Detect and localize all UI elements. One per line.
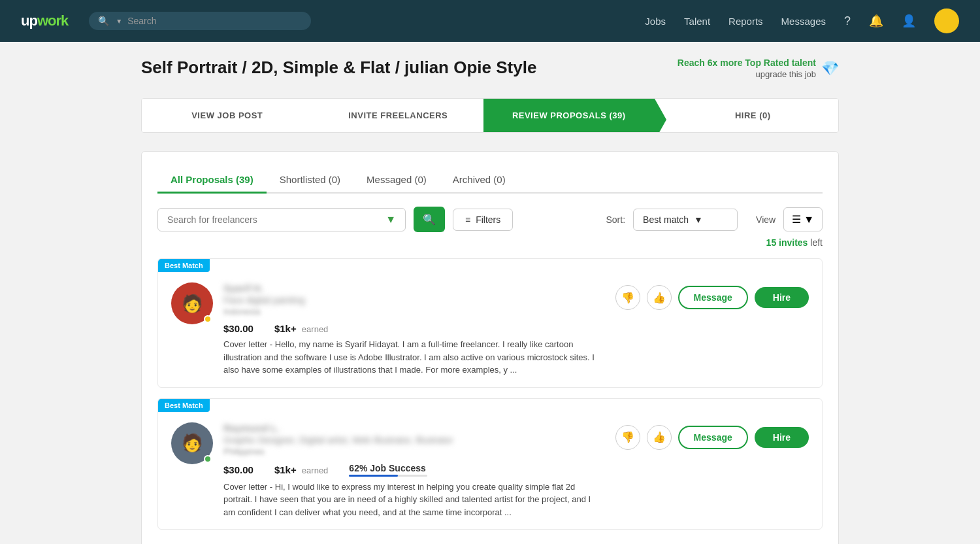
hire-button-1[interactable]: Hire: [755, 287, 809, 308]
view-chevron-icon: ▼: [804, 214, 814, 226]
freelancer-card-2: Best Match 🧑 Raymund L. Graphic Designer…: [157, 398, 823, 530]
tab-all-proposals[interactable]: All Proposals (39): [157, 167, 267, 194]
avatar[interactable]: [934, 8, 959, 33]
freelancer-location-1: Indonesia: [223, 307, 605, 316]
best-match-badge-2: Best Match: [158, 399, 210, 412]
freelancer-search[interactable]: ▼: [157, 208, 406, 231]
avatar-freelancer-2: 🧑: [171, 422, 213, 464]
invites-highlight: 15 invites: [766, 237, 808, 248]
invites-left: 15 invites left: [157, 237, 823, 248]
proposals-panel: All Proposals (39) Shortlisted (0) Messa…: [141, 151, 839, 544]
freelancer-card-1: Best Match 🧑 Syarif H. Face digital pain…: [157, 258, 823, 388]
job-success-2: 62% Job Success: [349, 463, 427, 477]
page-content: Self Portrait / 2D, Simple & Flat / juli…: [131, 42, 849, 544]
filters-button[interactable]: ≡ Filters: [453, 209, 513, 231]
search-button[interactable]: 🔍: [414, 207, 445, 232]
like-button-1[interactable]: 👍: [647, 285, 672, 310]
search-dropdown-icon[interactable]: ▼: [385, 214, 396, 226]
avatar-freelancer-1: 🧑: [171, 282, 213, 324]
nav-links: Jobs Talent Reports Messages ? 🔔 👤: [645, 8, 959, 33]
upgrade-box: Reach 6x more Top Rated talent upgrade t…: [678, 58, 839, 80]
upgrade-sub: upgrade this job: [755, 69, 816, 79]
step-bar: VIEW JOB POST INVITE FREELANCERS REVIEW …: [141, 98, 839, 133]
job-success-fill-2: [349, 475, 397, 477]
dislike-button-2[interactable]: 👎: [615, 425, 640, 450]
earned-1: $1k+ earned: [274, 323, 328, 334]
card-body-1: 🧑 Syarif H. Face digital painting Indone…: [158, 272, 822, 387]
rate-1: $30.00: [223, 323, 253, 334]
help-icon[interactable]: ?: [844, 14, 851, 28]
nav-messages[interactable]: Messages: [781, 16, 826, 27]
filters-label: Filters: [476, 214, 500, 225]
freelancer-title-1: Face digital painting: [223, 295, 605, 305]
account-icon[interactable]: 👤: [902, 14, 916, 28]
hire-button-2[interactable]: Hire: [755, 427, 809, 448]
job-title-row: Self Portrait / 2D, Simple & Flat / juli…: [141, 58, 839, 80]
rate-2: $30.00: [223, 464, 253, 475]
tab-archived[interactable]: Archived (0): [440, 167, 519, 194]
diamond-icon: 💎: [821, 60, 839, 77]
search-caret-icon: ▼: [116, 18, 122, 25]
earned-2: $1k+ earned: [274, 464, 328, 475]
message-button-1[interactable]: Message: [678, 286, 748, 309]
freelancer-name-2[interactable]: Raymund L.: [223, 422, 605, 434]
sort-label: Sort:: [606, 214, 625, 225]
tab-row: All Proposals (39) Shortlisted (0) Messa…: [157, 167, 823, 194]
tab-messaged[interactable]: Messaged (0): [353, 167, 440, 194]
nav-talent[interactable]: Talent: [684, 16, 710, 27]
list-view-icon: ☰: [792, 213, 801, 226]
navbar: upwork 🔍 ▼ Jobs Talent Reports Messages …: [0, 0, 980, 42]
sort-chevron-icon: ▼: [694, 214, 703, 225]
card-stats-2: $30.00 $1k+ earned 62% Job Success: [223, 463, 605, 477]
view-label: View: [756, 214, 776, 225]
job-title: Self Portrait / 2D, Simple & Flat / juli…: [141, 58, 536, 78]
search-bar[interactable]: 🔍 ▼: [89, 12, 311, 30]
dislike-button-1[interactable]: 👎: [615, 285, 640, 310]
job-success-label-2: 62% Job Success: [349, 463, 427, 473]
upgrade-link[interactable]: Reach 6x more Top Rated talent: [678, 58, 816, 68]
tab-shortlisted[interactable]: Shortlisted (0): [267, 167, 353, 194]
cover-letter-2: Cover letter - Hi, I would like to expre…: [223, 481, 605, 519]
step-view-job-post[interactable]: VIEW JOB POST: [142, 99, 313, 132]
sort-value: Best match: [643, 214, 689, 225]
step-invite-freelancers[interactable]: INVITE FREELANCERS: [313, 99, 484, 132]
sort-select[interactable]: Best match ▼: [633, 209, 738, 231]
upgrade-text: Reach 6x more Top Rated talent upgrade t…: [678, 58, 816, 80]
online-dot-1: [204, 315, 212, 323]
freelancer-search-input[interactable]: [167, 214, 380, 225]
card-info-1: Syarif H. Face digital painting Indonesi…: [223, 282, 605, 377]
job-success-bar-2: [349, 475, 427, 477]
best-match-badge-1: Best Match: [158, 259, 210, 272]
freelancer-name-1[interactable]: Syarif H.: [223, 282, 605, 294]
view-button[interactable]: ☰ ▼: [783, 207, 823, 231]
cover-letter-1: Cover letter - Hello, my name is Syarif …: [223, 338, 605, 377]
card-actions-1: 👎 👍 Message Hire: [615, 282, 809, 310]
notification-icon[interactable]: 🔔: [869, 14, 883, 28]
card-stats-1: $30.00 $1k+ earned: [223, 323, 605, 334]
search-icon: 🔍: [98, 16, 109, 26]
card-body-2: 🧑 Raymund L. Graphic Designer, Digital a…: [158, 412, 822, 530]
step-review-proposals[interactable]: REVIEW PROPOSALS (39): [483, 99, 655, 132]
search-row: ▼ 🔍 ≡ Filters Sort: Best match ▼ View ☰ …: [157, 207, 823, 232]
online-dot-2: [204, 455, 212, 463]
freelancer-location-2: Philippines: [223, 447, 605, 456]
logo: upwork: [21, 12, 68, 29]
filter-icon: ≡: [465, 214, 470, 225]
search-input[interactable]: [127, 16, 302, 26]
freelancer-title-2: Graphic Designer, Digital artist, Web Il…: [223, 435, 605, 445]
nav-jobs[interactable]: Jobs: [645, 16, 666, 27]
nav-reports[interactable]: Reports: [728, 16, 763, 27]
message-button-2[interactable]: Message: [678, 426, 748, 449]
like-button-2[interactable]: 👍: [647, 425, 672, 450]
card-info-2: Raymund L. Graphic Designer, Digital art…: [223, 422, 605, 519]
step-hire[interactable]: HIRE (0): [655, 99, 839, 132]
card-actions-2: 👎 👍 Message Hire: [615, 422, 809, 450]
